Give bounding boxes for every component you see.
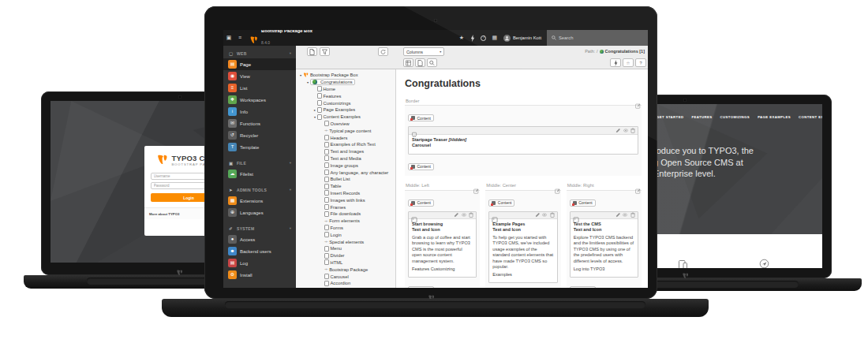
content-element-card[interactable]: Test the CMSText and IconExplore TYPO3 C… xyxy=(570,211,638,278)
tree-node-bullet-list[interactable]: Bullet List xyxy=(296,176,395,183)
add-content-button[interactable]: Content xyxy=(408,114,434,121)
search-input[interactable] xyxy=(559,35,634,40)
nav-item-customizings[interactable]: CUSTOMIZINGS xyxy=(720,115,750,119)
tree-node-text-and-media[interactable]: Text and Media xyxy=(296,155,395,162)
tree-node-html[interactable]: HTML xyxy=(296,259,395,267)
edit-icon[interactable] xyxy=(535,212,540,218)
nav-item-page-examples[interactable]: PAGE EXAMPLES xyxy=(758,115,791,119)
tree-node-headers[interactable]: Headers xyxy=(296,134,395,141)
tree-node-customizings[interactable]: Customizings xyxy=(296,99,395,106)
tree-node-divider[interactable]: Divider xyxy=(296,252,395,259)
new-page-button[interactable] xyxy=(307,47,317,56)
module-item-page[interactable]: ▤Page xyxy=(223,58,296,70)
filter-button[interactable] xyxy=(320,47,330,56)
tree-node-text-and-images[interactable]: Text and Images xyxy=(296,148,395,155)
module-section-system[interactable]: ✐SYSTEM▾ xyxy=(223,223,296,233)
help-button[interactable]: ? xyxy=(635,58,646,67)
module-item-access[interactable]: ●Access xyxy=(223,233,296,245)
tree-node-congratulations[interactable]: ▾Congratulations xyxy=(296,79,395,86)
edit-icon[interactable] xyxy=(615,128,620,133)
tree-node-home[interactable]: ↗Home xyxy=(296,86,395,93)
add-content-button[interactable]: Content xyxy=(408,163,434,170)
edit-page-button[interactable] xyxy=(415,58,425,67)
module-item-install[interactable]: ⚙Install xyxy=(223,269,296,281)
hide-icon[interactable] xyxy=(462,212,466,218)
nav-item-get-started[interactable]: GET STARTED xyxy=(657,115,683,119)
delete-icon[interactable] xyxy=(550,212,555,218)
delete-icon[interactable] xyxy=(469,212,473,218)
tree-node-images-with-links[interactable]: Images with links xyxy=(296,196,395,203)
columns-select[interactable]: Columns ▼ xyxy=(403,47,444,56)
module-item-workspaces[interactable]: ❖Workspaces xyxy=(223,94,296,106)
module-item-extensions[interactable]: ▦Extensions xyxy=(223,195,296,207)
tree-node-content-examples[interactable]: ▾Content Examples xyxy=(296,114,395,121)
view-mode-button[interactable] xyxy=(403,58,413,67)
edit-column-icon[interactable] xyxy=(473,183,479,188)
bookmark-star-icon[interactable]: ★ xyxy=(456,30,467,46)
add-content-button[interactable]: Content xyxy=(570,286,596,288)
delete-icon[interactable] xyxy=(630,212,635,218)
module-item-functions[interactable]: ✉Functions xyxy=(223,117,296,129)
refresh-button[interactable] xyxy=(378,47,388,56)
module-item-list[interactable]: ≡List xyxy=(223,82,296,94)
username-label[interactable]: Benjamin Kott xyxy=(513,35,541,40)
add-content-button[interactable]: Content xyxy=(570,199,596,207)
content-element-card[interactable]: Startpage Teaser [Hidden] Carousel xyxy=(408,126,638,155)
delete-icon[interactable] xyxy=(630,128,635,133)
add-content-button[interactable]: Content xyxy=(408,199,434,207)
menu-collapse-icon[interactable]: ▣ xyxy=(223,30,234,46)
module-menu-icon[interactable]: ≡ xyxy=(234,30,245,46)
tree-node-bootstrap-package[interactable]: -+-Bootstrap Package xyxy=(296,266,395,273)
module-section-admin-tools[interactable]: ➤ADMIN TOOLS▾ xyxy=(223,185,296,195)
module-item-languages[interactable]: ⊕Languages xyxy=(223,207,296,218)
apps-grid-icon[interactable]: ▦ xyxy=(489,30,500,46)
tree-node-any-language-any-character[interactable]: Any language, any character xyxy=(296,169,395,176)
module-item-recycler[interactable]: ↺Recycler xyxy=(223,129,296,141)
hide-icon[interactable] xyxy=(623,128,628,133)
module-item-info[interactable]: iInfo xyxy=(223,106,296,117)
bookmark-button[interactable]: ☆ xyxy=(623,58,634,67)
hide-icon[interactable] xyxy=(623,212,627,218)
module-item-backend-users[interactable]: ☻Backend users xyxy=(223,245,296,257)
edit-icon[interactable] xyxy=(615,212,620,218)
module-item-filelist[interactable]: ☁Filelist xyxy=(223,168,296,180)
module-item-template[interactable]: TTemplate xyxy=(223,141,296,153)
more-about-link[interactable]: More about TYPO3 xyxy=(149,212,179,216)
nav-item-features[interactable]: FEATURES xyxy=(691,115,712,119)
cache-button[interactable] xyxy=(610,58,621,67)
tree-node-typical-page-content[interactable]: -+-Typical page content xyxy=(296,127,395,134)
edit-column-icon[interactable] xyxy=(635,98,641,103)
help-icon[interactable]: ? xyxy=(478,30,489,46)
tree-node-page-examples[interactable]: ▸Page Examples xyxy=(296,106,395,114)
add-content-button[interactable]: Content xyxy=(488,199,514,207)
module-item-view[interactable]: ◉View xyxy=(223,70,296,82)
tree-node-file-downloads[interactable]: File downloads xyxy=(296,211,395,218)
tree-node-overview[interactable]: Overview xyxy=(296,121,395,128)
edit-column-icon[interactable] xyxy=(555,183,560,188)
module-section-web[interactable]: ▢WEB▾ xyxy=(223,48,296,58)
tree-node-menu[interactable]: Menu xyxy=(296,245,395,252)
module-section-file[interactable]: ▣FILE▾ xyxy=(223,158,296,168)
tree-node-special-elements[interactable]: -+-Special elements xyxy=(296,238,395,245)
hide-icon[interactable] xyxy=(542,212,547,218)
content-element-card[interactable]: Example PagesText and IconTo help get yo… xyxy=(488,211,557,284)
tree-node-forms[interactable]: Forms xyxy=(296,225,395,232)
add-content-button[interactable]: Content xyxy=(408,286,434,288)
nav-item-content-examples[interactable]: CONTENT EXAMPLES xyxy=(799,115,822,119)
avatar[interactable] xyxy=(503,35,511,42)
tree-node-carousel[interactable]: Carousel xyxy=(296,273,395,280)
tree-node-image-groups[interactable]: Image groups xyxy=(296,162,395,169)
tree-node-table[interactable]: Table xyxy=(296,183,395,190)
clear-cache-bolt-icon[interactable] xyxy=(467,30,478,46)
edit-icon[interactable] xyxy=(454,212,458,218)
tree-node-form-elements[interactable]: -+-Form elements xyxy=(296,218,395,225)
search-button[interactable] xyxy=(427,58,437,67)
tree-node-features[interactable]: Features xyxy=(296,92,395,99)
search-box[interactable] xyxy=(547,30,648,46)
tree-node-accordion[interactable]: Accordion xyxy=(296,280,395,287)
tree-node-bootstrap-package-box[interactable]: ▾Bootstrap Package Box xyxy=(296,72,395,79)
tree-node-examples-of-rich-text[interactable]: Examples of Rich Text xyxy=(296,141,395,148)
tree-node-login[interactable]: Login xyxy=(296,231,395,238)
tree-node-frames[interactable]: Frames xyxy=(296,203,395,211)
module-item-log[interactable]: ▤Log xyxy=(223,257,296,269)
